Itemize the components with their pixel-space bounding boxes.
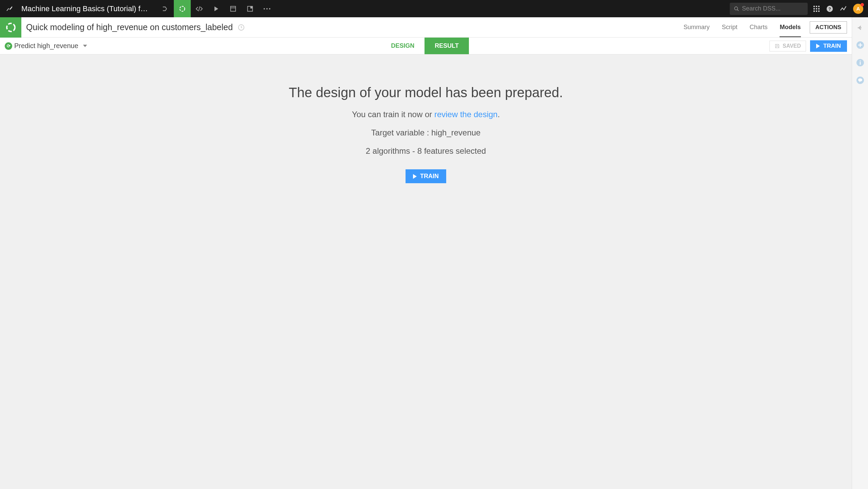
- chat-icon[interactable]: [856, 76, 864, 84]
- svg-rect-14: [816, 8, 817, 9]
- svg-rect-15: [818, 8, 820, 9]
- train-button-center[interactable]: TRAIN: [406, 169, 446, 183]
- actions-button[interactable]: ACTIONS: [810, 21, 847, 34]
- review-design-link[interactable]: review the design: [434, 110, 498, 119]
- content-subtext: You can train it now or review the desig…: [352, 110, 500, 119]
- svg-rect-17: [816, 10, 817, 12]
- search-input[interactable]: [742, 5, 804, 12]
- add-icon[interactable]: [856, 41, 864, 49]
- svg-point-21: [7, 23, 15, 31]
- play-icon: [413, 174, 417, 179]
- svg-rect-18: [818, 10, 820, 12]
- content-area: The design of your model has been prepar…: [0, 55, 852, 489]
- tab-models[interactable]: Models: [780, 17, 801, 37]
- help-icon[interactable]: ?: [826, 5, 833, 13]
- topbar-right-icons: ? A: [813, 4, 868, 14]
- code-icon[interactable]: [191, 0, 208, 17]
- train-label-center: TRAIN: [420, 173, 439, 180]
- lab-icon[interactable]: [174, 0, 191, 17]
- svg-point-0: [180, 6, 185, 11]
- svg-point-6: [266, 8, 268, 9]
- subtext-prefix: You can train it now or: [352, 110, 434, 119]
- header-tabs: Summary Script Charts Models: [683, 17, 809, 37]
- algorithms-line: 2 algorithms - 8 features selected: [366, 146, 486, 156]
- svg-point-7: [269, 8, 270, 9]
- svg-point-5: [264, 8, 265, 9]
- saved-label: SAVED: [783, 43, 801, 49]
- analysis-icon-box[interactable]: [0, 17, 21, 38]
- predict-label: Predict high_revenue: [14, 42, 78, 50]
- tab-charts[interactable]: Charts: [749, 17, 767, 37]
- activity-icon[interactable]: [840, 5, 847, 13]
- project-title[interactable]: Machine Learning Basics (Tutorial) for A…: [19, 4, 151, 13]
- save-icon: [774, 43, 780, 49]
- user-avatar[interactable]: A: [853, 4, 863, 14]
- refresh-icon[interactable]: [237, 24, 245, 31]
- bird-icon: [5, 5, 14, 13]
- search-icon: [734, 6, 739, 12]
- analysis-icon: [5, 22, 16, 33]
- svg-rect-16: [813, 10, 815, 12]
- svg-rect-1: [231, 6, 236, 11]
- search-box[interactable]: [730, 3, 808, 15]
- svg-text:?: ?: [828, 6, 831, 11]
- apps-icon[interactable]: [813, 5, 820, 12]
- collapse-rail-icon[interactable]: [856, 24, 864, 31]
- tab-summary[interactable]: Summary: [683, 17, 709, 37]
- tab-result[interactable]: RESULT: [425, 38, 469, 54]
- svg-point-29: [858, 79, 862, 82]
- svg-point-26: [860, 61, 861, 62]
- wiki-icon[interactable]: [242, 0, 259, 17]
- svg-rect-12: [818, 6, 820, 7]
- page-header: Quick modeling of high_revenue on custom…: [0, 17, 852, 38]
- predict-icon: ⟳: [5, 42, 12, 50]
- design-result-tabs: DESIGN RESULT: [381, 38, 469, 54]
- more-icon[interactable]: [259, 0, 275, 17]
- right-rail: [852, 17, 868, 489]
- app-logo[interactable]: [0, 0, 19, 17]
- saved-indicator: SAVED: [769, 41, 806, 51]
- dashboards-icon[interactable]: [225, 0, 242, 17]
- train-label-top: TRAIN: [823, 43, 841, 49]
- target-variable-line: Target variable : high_revenue: [371, 128, 481, 137]
- chevron-down-icon: [83, 45, 87, 47]
- svg-rect-27: [860, 62, 861, 65]
- info-icon[interactable]: [856, 59, 864, 67]
- topbar-nav-icons: [157, 0, 275, 17]
- model-selector[interactable]: ⟳ Predict high_revenue: [5, 42, 87, 50]
- svg-rect-11: [816, 6, 817, 7]
- svg-rect-13: [813, 8, 815, 9]
- topbar: Machine Learning Basics (Tutorial) for A…: [0, 0, 868, 17]
- page-title: Quick modeling of high_revenue on custom…: [26, 22, 233, 32]
- jobs-icon[interactable]: [208, 0, 225, 17]
- tab-script[interactable]: Script: [722, 17, 737, 37]
- play-icon: [816, 44, 820, 48]
- svg-rect-4: [250, 6, 252, 8]
- flow-icon[interactable]: [157, 0, 174, 17]
- tab-design[interactable]: DESIGN: [381, 38, 425, 54]
- train-button-top[interactable]: TRAIN: [810, 40, 847, 52]
- subtext-suffix: .: [498, 110, 500, 119]
- svg-rect-10: [813, 6, 815, 7]
- content-heading: The design of your model has been prepar…: [289, 85, 563, 100]
- sub-header: ⟳ Predict high_revenue DESIGN RESULT SAV…: [0, 38, 852, 55]
- svg-line-9: [737, 9, 739, 10]
- svg-point-8: [735, 7, 738, 10]
